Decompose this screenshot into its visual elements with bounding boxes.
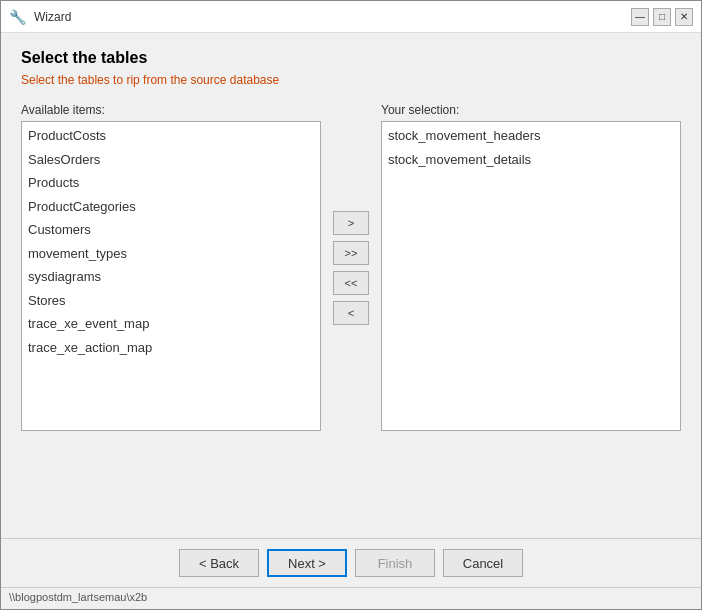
cancel-button[interactable]: Cancel (443, 549, 523, 577)
list-item[interactable]: movement_types (22, 242, 320, 266)
list-item[interactable]: stock_movement_details (382, 148, 680, 172)
minimize-button[interactable]: — (631, 8, 649, 26)
list-item[interactable]: trace_xe_event_map (22, 312, 320, 336)
title-bar-left: 🔧 Wizard (9, 9, 71, 25)
list-item[interactable]: Customers (22, 218, 320, 242)
wrench-icon: 🔧 (9, 9, 26, 25)
left-panel: Available items: ProductCostsSalesOrders… (21, 103, 321, 431)
selected-items-list[interactable]: stock_movement_headersstock_movement_det… (381, 121, 681, 431)
list-item[interactable]: sysdiagrams (22, 265, 320, 289)
list-item[interactable]: stock_movement_headers (382, 124, 680, 148)
window-title: Wizard (34, 10, 71, 24)
list-item[interactable]: ProductCosts (22, 124, 320, 148)
list-item[interactable]: Products (22, 171, 320, 195)
title-bar: 🔧 Wizard — □ ✕ (1, 1, 701, 33)
maximize-button[interactable]: □ (653, 8, 671, 26)
title-bar-controls: — □ ✕ (631, 8, 693, 26)
list-item[interactable]: Stores (22, 289, 320, 313)
main-window: 🔧 Wizard — □ ✕ Select the tables Select … (0, 0, 702, 610)
close-button[interactable]: ✕ (675, 8, 693, 26)
available-items-list[interactable]: ProductCostsSalesOrdersProductsProductCa… (21, 121, 321, 431)
finish-button[interactable]: Finish (355, 549, 435, 577)
status-bar: \\blogpostdm_lartsemau\x2b (1, 587, 701, 609)
list-item[interactable]: ProductCategories (22, 195, 320, 219)
main-content: Select the tables Select the tables to r… (1, 33, 701, 538)
back-button[interactable]: < Back (179, 549, 259, 577)
right-panel: Your selection: stock_movement_headersst… (381, 103, 681, 431)
subtitle-static: Select the (21, 73, 78, 87)
page-subtitle: Select the tables to rip from the source… (21, 73, 681, 87)
transfer-buttons: > >> << < (321, 103, 381, 433)
status-text: \\blogpostdm_lartsemau\x2b (9, 591, 147, 603)
subtitle-highlight: tables to rip (78, 73, 140, 87)
list-item[interactable]: trace_xe_action_map (22, 336, 320, 360)
subtitle-end: from the source database (140, 73, 279, 87)
list-item[interactable]: SalesOrders (22, 148, 320, 172)
move-left-button[interactable]: < (333, 301, 369, 325)
move-all-right-button[interactable]: >> (333, 241, 369, 265)
page-title: Select the tables (21, 49, 681, 67)
footer: < Back Next > Finish Cancel (1, 538, 701, 587)
next-button[interactable]: Next > (267, 549, 347, 577)
available-items-label: Available items: (21, 103, 321, 117)
panels-area: Available items: ProductCostsSalesOrders… (21, 103, 681, 522)
your-selection-label: Your selection: (381, 103, 681, 117)
move-right-button[interactable]: > (333, 211, 369, 235)
move-all-left-button[interactable]: << (333, 271, 369, 295)
